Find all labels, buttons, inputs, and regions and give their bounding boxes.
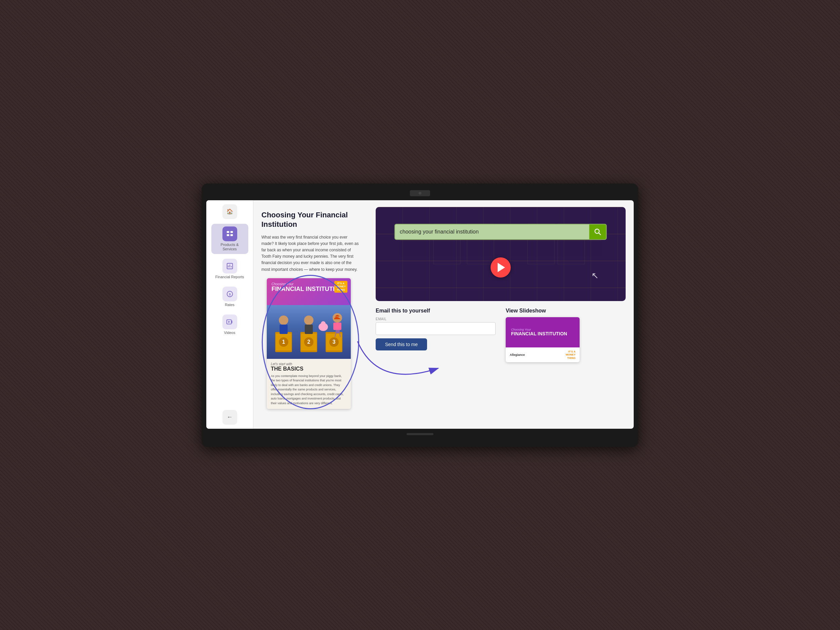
basics-body: As you contemplate moving beyond your pi… <box>271 374 347 406</box>
money-thing-badge: IT'S A MONEY THING <box>334 281 347 293</box>
search-icon <box>594 228 602 235</box>
sidebar-item-financial-reports[interactable]: Financial Reports <box>212 256 248 282</box>
svg-rect-2 <box>226 234 229 236</box>
home-icon: 🏠 <box>226 208 233 215</box>
products-services-icon <box>223 226 237 241</box>
infographic-scene: 1 2 3 <box>267 305 351 359</box>
basics-intro: Let's start with <box>271 362 347 366</box>
left-panel: Choosing Your Financial Institution What… <box>253 200 368 429</box>
email-label: EMAIL <box>376 317 496 321</box>
sidebar-item-label-products: Products & Services <box>213 243 246 251</box>
sidebar-home-button[interactable]: 🏠 <box>223 204 237 219</box>
main-content: Choosing Your Financial Institution What… <box>253 200 634 429</box>
svg-text:2: 2 <box>308 339 311 345</box>
scene-illustration: 1 2 3 <box>268 305 349 355</box>
svg-rect-1 <box>230 231 232 233</box>
bottom-section: Email this to yourself EMAIL Send this t… <box>376 308 625 363</box>
video-search-bar[interactable] <box>395 224 607 240</box>
sidebar-item-label-videos: Videos <box>224 331 235 335</box>
videos-icon <box>223 314 237 329</box>
sidebar-item-videos[interactable]: Videos <box>212 312 248 338</box>
email-section: Email this to yourself EMAIL Send this t… <box>376 308 496 351</box>
svg-rect-0 <box>226 231 229 233</box>
back-icon: ← <box>227 414 233 421</box>
svg-text:1: 1 <box>282 339 285 345</box>
financial-reports-icon <box>223 259 237 273</box>
screen: 🏠 Products & Services <box>206 200 634 429</box>
sidebar-item-rates[interactable]: $ Rates <box>212 284 248 310</box>
sidebar-item-label-financial: Financial Reports <box>215 275 244 279</box>
video-container: ↖ <box>376 207 625 301</box>
svg-rect-3 <box>230 234 232 236</box>
room-background-svg <box>376 207 625 301</box>
email-input[interactable] <box>376 322 496 335</box>
basics-title: THE BASICS <box>271 366 347 372</box>
money-thing-label-small: IT'S A MONEY THING <box>566 350 576 360</box>
sidebar-item-products-services[interactable]: Products & Services <box>212 224 248 254</box>
svg-rect-26 <box>279 325 287 334</box>
article-title: Choosing Your Financial Institution <box>261 210 360 229</box>
svg-point-27 <box>304 316 314 325</box>
video-search-input[interactable] <box>395 226 589 238</box>
svg-text:3: 3 <box>333 339 336 345</box>
play-icon <box>497 263 505 272</box>
allegiance-logo: Allegiance <box>510 353 525 357</box>
svg-marker-12 <box>228 321 230 323</box>
monitor-top-bar <box>206 188 634 198</box>
slideshow-thumb-title: FINANCIAL INSTITUTION <box>511 331 574 336</box>
infographic-card[interactable]: Choosing Your FINANCIAL INSTITUTION IT'S… <box>267 278 351 409</box>
svg-point-31 <box>322 322 325 325</box>
cursor-icon: ↖ <box>591 270 599 281</box>
svg-rect-28 <box>305 325 313 334</box>
infographic-bottom: Let's start with THE BASICS As you conte… <box>267 359 351 409</box>
camera-lens <box>418 192 422 194</box>
rates-icon: $ <box>223 287 237 302</box>
slideshow-thumb-footer: Allegiance IT'S A MONEY THING <box>506 347 579 363</box>
svg-rect-33 <box>333 322 341 330</box>
sidebar: 🏠 Products & Services <box>206 200 253 429</box>
article-body: What was the very first financial choice… <box>261 234 360 273</box>
monitor-camera <box>410 190 430 196</box>
sidebar-back-button[interactable]: ← <box>223 410 237 425</box>
svg-text:$: $ <box>229 293 231 296</box>
monitor-stand <box>407 433 433 435</box>
svg-rect-34 <box>336 330 340 333</box>
email-section-title: Email this to yourself <box>376 308 496 314</box>
slideshow-thumbnail[interactable]: Choosing Your FINANCIAL INSTITUTION Alle… <box>506 317 579 363</box>
sidebar-item-label-rates: Rates <box>225 303 235 307</box>
slideshow-title: View Slideshow <box>506 308 625 314</box>
slideshow-section: View Slideshow Choosing Your FINANCIAL I… <box>506 308 625 363</box>
monitor-bottom-bar <box>206 431 634 437</box>
video-search-button[interactable] <box>589 224 606 239</box>
svg-line-43 <box>599 232 601 235</box>
send-button[interactable]: Send this to me <box>376 338 427 351</box>
slideshow-thumb-header: Choosing Your FINANCIAL INSTITUTION <box>506 317 579 347</box>
monitor-frame: 🏠 Products & Services <box>202 183 638 447</box>
right-panel: ↖ Email this to yourself <box>368 200 634 429</box>
infographic-header: Choosing Your FINANCIAL INSTITUTION IT'S… <box>267 278 351 305</box>
svg-point-25 <box>279 316 288 325</box>
infographic-container: Choosing Your FINANCIAL INSTITUTION IT'S… <box>267 278 354 409</box>
video-play-button[interactable] <box>491 257 511 278</box>
svg-point-42 <box>595 229 599 233</box>
